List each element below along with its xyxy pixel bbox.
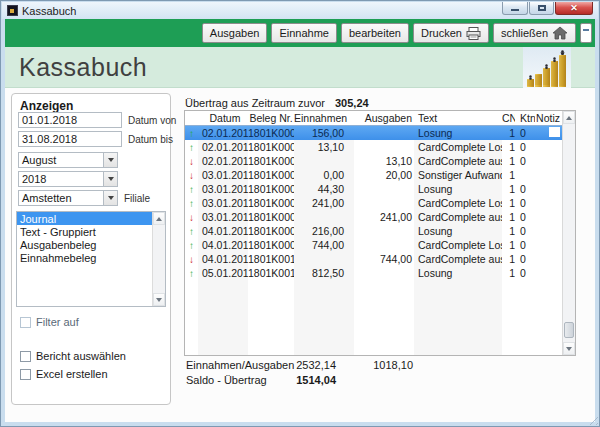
bearbeiten-button[interactable]: bearbeiten	[341, 23, 409, 43]
table-cell: 1801K0004	[248, 169, 294, 181]
date-to-label: Datum bis	[128, 134, 173, 145]
table-cell: 03.01.2018	[198, 183, 248, 195]
scroll-up-icon[interactable]	[563, 111, 575, 124]
table-cell: ↓	[185, 169, 198, 181]
filter-checkbox-label: Filter auf	[36, 316, 79, 328]
table-cell: 0	[515, 155, 535, 167]
filter-checkbox[interactable]: Filter auf	[20, 316, 79, 328]
income-up-arrow-icon: ↑	[189, 184, 194, 195]
table-cell: ↑	[185, 127, 198, 139]
schliessen-button[interactable]: schließen	[493, 23, 576, 43]
column-header[interactable]: Einnahmen	[294, 112, 354, 124]
totals-expense: 1018,10	[336, 359, 413, 371]
table-cell: 216,00	[294, 225, 354, 237]
checkbox-icon[interactable]	[20, 369, 31, 380]
report-type-list[interactable]: JournalText - GruppiertAusgabenbelegEinn…	[16, 211, 166, 307]
saldo-label: Saldo - Übertrag	[186, 374, 288, 386]
table-cell: 05.01.2018	[198, 267, 248, 279]
table-cell: 1801K0007	[248, 211, 294, 223]
table-cell: Sonstiger Aufwand	[414, 169, 502, 181]
table-row[interactable]: ↑03.01.20181801K0006241,00CardComplete L…	[185, 196, 562, 210]
table-cell: 02.01.2018	[198, 141, 248, 153]
carryover-line: Übertrag aus Zeitraum zuvor305,24	[185, 97, 369, 109]
column-header[interactable]: Ktnr.	[515, 112, 535, 124]
maximize-button[interactable]	[529, 2, 554, 15]
month-select[interactable]: August	[18, 152, 118, 168]
table-row[interactable]: ↓02.01.20181801K000313,10CardComplete au…	[185, 154, 562, 168]
column-header[interactable]: Text	[414, 112, 502, 124]
table-cell: Losung	[414, 225, 502, 237]
table-cell: 241,00	[294, 197, 354, 209]
table-row[interactable]: ↑05.01.20181801K0011812,50Losung10	[185, 266, 562, 280]
checkbox-icon[interactable]	[20, 317, 31, 328]
table-row[interactable]: ↑04.01.20181801K0008216,00Losung10	[185, 224, 562, 238]
table-cell: CardComplete ausbuchen	[414, 155, 502, 167]
table-scrollbar[interactable]	[562, 111, 575, 355]
branch-select-value: Amstetten	[19, 191, 103, 205]
list-item[interactable]: Journal	[17, 212, 165, 225]
table-cell: 744,00	[354, 253, 414, 265]
year-select[interactable]: 2018	[18, 171, 118, 187]
list-scrollbar[interactable]	[152, 212, 165, 306]
table-row[interactable]: ↓04.01.20181801K0010744,00CardComplete a…	[185, 252, 562, 266]
table-row[interactable]: ↓03.01.20181801K0007241,00CardComplete a…	[185, 210, 562, 224]
table-cell: 02.01.2018	[198, 127, 248, 139]
table-cell: 156,00	[294, 127, 354, 139]
table-cell: 1801K0005	[248, 183, 294, 195]
table-cell: 0	[515, 267, 535, 279]
totals-label: Einnahmen/Ausgaben	[186, 359, 288, 371]
close-button[interactable]: ✕	[555, 2, 593, 15]
excel-checkbox[interactable]: Excel erstellen	[20, 368, 108, 380]
carryover-label: Übertrag aus Zeitraum zuvor	[185, 97, 325, 109]
table-row[interactable]: ↓03.01.20181801K00040,0020,00Sonstiger A…	[185, 168, 562, 182]
income-up-arrow-icon: ↑	[189, 198, 194, 209]
scrollbar-thumb[interactable]	[564, 322, 574, 338]
saldo-value: 1514,04	[288, 374, 336, 386]
maximize-icon	[538, 5, 546, 11]
expense-down-arrow-icon: ↓	[189, 212, 194, 223]
table-cell: 1801K0009	[248, 239, 294, 251]
checkbox-icon[interactable]	[20, 351, 31, 362]
chevron-down-icon[interactable]	[103, 172, 117, 186]
collapse-toolbar-button[interactable]	[580, 23, 592, 43]
bearbeiten-button-label: bearbeiten	[349, 27, 401, 39]
column-header[interactable]: Datum	[198, 112, 248, 124]
column-header[interactable]: Ausgaben	[354, 112, 414, 124]
column-header[interactable]: Notiz	[535, 112, 562, 124]
table-header-row[interactable]: DatumBeleg Nr.EinnahmenAusgabenTextCNKtn…	[185, 111, 562, 126]
table-row[interactable]: ↑02.01.20181801K0001156,00Losung10	[185, 126, 562, 140]
list-item[interactable]: Text - Gruppiert	[17, 225, 165, 238]
scroll-up-icon[interactable]	[153, 212, 165, 225]
column-header[interactable]: Beleg Nr.	[248, 112, 294, 124]
table-cell: CardComplete ausbuchen	[414, 253, 502, 265]
einnahme-button[interactable]: Einnahme	[271, 23, 337, 43]
page-header: Kassabuch	[5, 47, 595, 88]
table-cell: 0	[515, 225, 535, 237]
list-item[interactable]: Einnahmebeleg	[17, 251, 165, 264]
table-cell: 1	[502, 253, 515, 265]
column-header[interactable]: CN	[502, 112, 515, 124]
list-item[interactable]: Ausgabenbeleg	[17, 238, 165, 251]
ausgaben-button[interactable]: Ausgaben	[202, 23, 268, 43]
table-cell: 1801K0011	[248, 267, 294, 279]
table-cell: 1	[502, 225, 515, 237]
chevron-down-icon[interactable]	[103, 153, 117, 167]
expense-down-arrow-icon: ↓	[189, 170, 194, 181]
income-up-arrow-icon: ↑	[189, 226, 194, 237]
branch-select[interactable]: Amstetten	[18, 190, 118, 206]
chevron-down-icon[interactable]	[103, 191, 117, 205]
table-row[interactable]: ↑04.01.20181801K0009744,00CardComplete L…	[185, 238, 562, 252]
minimize-button[interactable]	[502, 2, 528, 15]
scroll-down-icon[interactable]	[153, 293, 165, 306]
scroll-down-icon[interactable]	[563, 342, 575, 355]
table-row[interactable]: ↑03.01.20181801K000544,30Losung10	[185, 182, 562, 196]
table-cell: ↑	[185, 183, 198, 195]
table-row[interactable]: ↑02.01.20181801K000213,10CardComplete Lo…	[185, 140, 562, 154]
drucken-button[interactable]: Drucken	[413, 23, 489, 43]
table-cell: Losung	[414, 267, 502, 279]
report-select-checkbox[interactable]: Bericht auswählen	[20, 350, 126, 362]
date-to-input[interactable]: 31.08.2018	[18, 131, 122, 147]
date-from-input[interactable]: 01.01.2018	[18, 112, 122, 128]
table-cell: 1	[502, 183, 515, 195]
table-cell: 1801K0006	[248, 197, 294, 209]
